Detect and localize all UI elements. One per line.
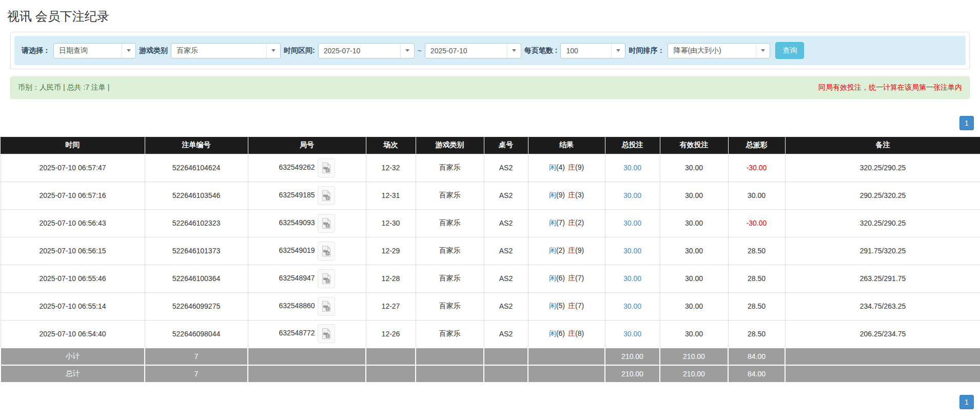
date-from-select[interactable]: 2025-07-10 [318, 43, 415, 58]
date-to-select[interactable]: 2025-07-10 [425, 43, 521, 58]
total-count: 7 [145, 365, 248, 383]
page-title: 视讯 会员下注纪录 [7, 8, 980, 25]
game-type-label: 游戏类别 [139, 46, 168, 55]
total-bet-link[interactable]: 30.00 [623, 247, 641, 255]
cell-bet-id: 522646103546 [145, 182, 248, 209]
cell-result: 闲(2)庄(9) [528, 237, 605, 265]
pagination-bottom: 1 [0, 395, 980, 409]
video-replay-icon[interactable] [318, 214, 335, 233]
total-empty-cell [416, 365, 484, 383]
cell-bet-id: 522646098044 [145, 320, 248, 348]
summary-currency-count: 币别：人民币 | 总共 :7 注单 | [18, 83, 109, 92]
cell-note: 290.25/320.25 [785, 182, 980, 209]
cell-round-id: 632549262 [248, 154, 366, 182]
per-page-select[interactable]: 100 [560, 43, 625, 58]
result-banker-score: (8) [575, 329, 584, 337]
total-bet-link[interactable]: 30.00 [623, 164, 641, 172]
video-replay-icon[interactable] [318, 158, 335, 177]
result-player-label: 闲 [549, 191, 556, 199]
video-replay-icon[interactable] [318, 269, 335, 288]
subtotal-valid-bet: 210.00 [660, 348, 728, 365]
table-row: 2025-07-10 06:55:14 522646099275 6325488… [1, 292, 980, 320]
page-1-button[interactable]: 1 [959, 395, 974, 409]
result-banker-label: 庄 [568, 246, 575, 254]
cell-session: 12-32 [366, 154, 416, 182]
cell-session: 12-28 [366, 265, 416, 292]
result-player-score: (9) [556, 191, 565, 199]
query-type-select[interactable]: 日期查询 [53, 43, 136, 58]
video-replay-icon[interactable] [318, 186, 335, 205]
date-to-value: 2025-07-10 [430, 47, 467, 55]
cell-time: 2025-07-10 06:55:46 [1, 265, 145, 292]
total-bet-link[interactable]: 30.00 [623, 274, 641, 283]
cell-bet-id: 522646100364 [145, 265, 248, 292]
date-from-value: 2025-07-10 [324, 47, 361, 55]
result-player-score: (6) [556, 329, 565, 337]
result-banker-label: 庄 [568, 329, 575, 337]
video-replay-icon[interactable] [318, 324, 335, 343]
total-bet-link[interactable]: 30.00 [623, 302, 641, 310]
cell-total-bet: 30.00 [605, 209, 660, 237]
header-round-id: 局号 [248, 137, 366, 154]
cell-game-type: 百家乐 [416, 182, 484, 209]
result-banker-label: 庄 [568, 218, 575, 227]
chevron-down-icon [266, 44, 280, 58]
cell-time: 2025-07-10 06:56:15 [1, 237, 145, 265]
header-bet-id: 注单编号 [145, 137, 248, 154]
total-valid-bet: 210.00 [660, 365, 728, 383]
game-type-select[interactable]: 百家乐 [171, 43, 281, 58]
table-row: 2025-07-10 06:56:15 522646101373 6325490… [1, 237, 980, 265]
search-button[interactable]: 查询 [775, 42, 804, 59]
round-id-text: 632548860 [279, 302, 315, 310]
cell-round-id: 632548860 [248, 292, 366, 320]
subtotal-label: 小计 [1, 348, 145, 365]
cell-note: 234.75/263.25 [785, 292, 980, 320]
cell-total-bet: 30.00 [605, 320, 660, 348]
cell-payout: -30.00 [728, 154, 785, 182]
cell-time: 2025-07-10 06:55:14 [1, 292, 145, 320]
result-player-label: 闲 [549, 274, 556, 282]
total-total-bet: 210.00 [605, 365, 660, 383]
range-tilde: ~ [418, 47, 422, 55]
cell-result: 闲(5)庄(7) [528, 292, 605, 320]
header-total-bet: 总投注 [605, 137, 660, 154]
video-replay-icon[interactable] [318, 242, 335, 261]
cell-round-id: 632549093 [248, 209, 366, 237]
total-bet-link[interactable]: 30.00 [623, 191, 641, 199]
header-payout: 总派彩 [728, 137, 785, 154]
result-banker-label: 庄 [568, 191, 575, 199]
cell-payout: 28.50 [728, 237, 785, 265]
time-range-label: 时间区间: [284, 46, 315, 55]
cell-game-type: 百家乐 [416, 265, 484, 292]
header-session: 场次 [366, 137, 416, 154]
subtotal-empty-cell [528, 348, 605, 365]
cell-table-no: AS2 [484, 265, 528, 292]
cell-session: 12-27 [366, 292, 416, 320]
table-header-row: 时间 注单编号 局号 场次 游戏类别 桌号 结果 总投注 有效投注 总派彩 备注 [1, 137, 980, 154]
cell-session: 12-30 [366, 209, 416, 237]
result-banker-score: (9) [575, 163, 584, 171]
cell-bet-id: 522646104624 [145, 154, 248, 182]
round-id-text: 632548772 [279, 329, 315, 337]
table-row: 2025-07-10 06:57:16 522646103546 6325491… [1, 182, 980, 209]
cell-payout: 30.00 [728, 182, 785, 209]
cell-time: 2025-07-10 06:54:40 [1, 320, 145, 348]
total-bet-link[interactable]: 30.00 [623, 330, 641, 338]
result-player-label: 闲 [549, 329, 556, 337]
query-type-label: 请选择： [22, 46, 50, 55]
header-game-type: 游戏类别 [416, 137, 484, 154]
subtotal-empty-cell [366, 348, 416, 365]
result-player-score: (4) [556, 163, 565, 171]
cell-bet-id: 522646102323 [145, 209, 248, 237]
sort-select[interactable]: 降幂(由大到小) [668, 43, 770, 58]
round-id-text: 632549262 [279, 163, 315, 171]
video-replay-icon[interactable] [318, 297, 335, 316]
cell-time: 2025-07-10 06:57:16 [1, 182, 145, 209]
total-bet-link[interactable]: 30.00 [623, 219, 641, 227]
total-row: 总计 7 210.00 210.00 84.00 [1, 365, 980, 383]
round-id-text: 632549093 [279, 218, 315, 227]
cell-round-id: 632549185 [248, 182, 366, 209]
total-payout: 84.00 [728, 365, 785, 383]
cell-valid-bet: 30.00 [660, 154, 728, 182]
page-1-button[interactable]: 1 [959, 116, 974, 130]
